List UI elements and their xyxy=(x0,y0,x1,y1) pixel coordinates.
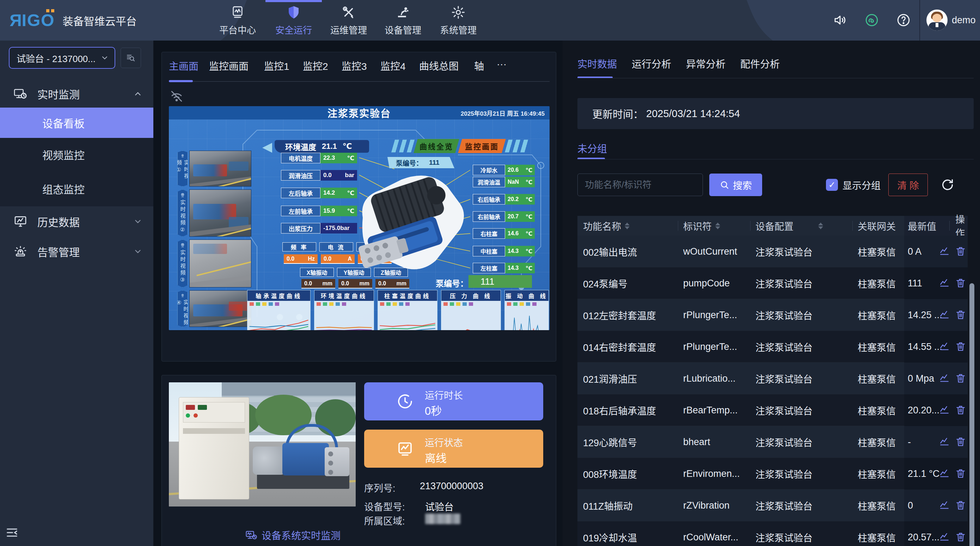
scada-datetime: 2025年03月21日 周五 16:49:45 xyxy=(461,106,545,120)
device-link-label: 设备系统实时监测 xyxy=(262,528,340,542)
curve-overview-button[interactable]: 曲线全览 xyxy=(414,139,459,153)
group-tab-ungrouped[interactable]: 未分组 xyxy=(578,141,607,155)
function-search-input[interactable] xyxy=(578,174,703,196)
sidebar-item-video-monitoring[interactable]: 视频监控 xyxy=(0,138,153,171)
row-chart-icon[interactable] xyxy=(939,500,950,511)
sidebar: 试验台 - 2137000... 实时监测 设备看板 视频监控 组态监控 历史数… xyxy=(0,41,153,546)
header-gateway[interactable]: 关联网关 xyxy=(858,216,896,236)
sort-carets[interactable] xyxy=(715,223,720,229)
table-row: 018右后轴承温度 rBearTemp... 注浆泵试验台 柱塞泵信 20.20… xyxy=(578,394,968,426)
sidebar-item-device-dashboard[interactable]: 设备看板 xyxy=(0,108,153,138)
tab-axis[interactable]: 轴 xyxy=(474,59,484,73)
row-chart-icon[interactable] xyxy=(939,372,950,384)
shield-icon xyxy=(286,5,301,20)
row-delete-icon[interactable] xyxy=(955,468,966,479)
tab-monitor-2[interactable]: 监控2 xyxy=(303,59,328,73)
tab-monitor-1[interactable]: 监控1 xyxy=(264,59,290,73)
tab-monitor-3[interactable]: 监控3 xyxy=(342,59,367,73)
sidebar-item-scada-monitoring[interactable]: 组态监控 xyxy=(0,171,153,206)
cell-function-name: 008环境温度 xyxy=(583,458,676,490)
monitor-chart-icon xyxy=(396,440,414,457)
row-delete-icon[interactable] xyxy=(955,341,966,352)
tab-parts-analysis[interactable]: 配件分析 xyxy=(740,56,780,70)
camera-feed-2[interactable] xyxy=(189,189,251,237)
cell-device-config: 注浆泵试验台 xyxy=(756,331,845,362)
row-chart-icon[interactable] xyxy=(939,404,950,415)
webcam-icon xyxy=(180,243,185,247)
tab-monitor-4[interactable]: 监控4 xyxy=(380,59,406,73)
tab-curve-overview[interactable]: 曲线总图 xyxy=(419,59,459,73)
help-icon[interactable] xyxy=(896,13,911,27)
sidebar-collapse-icon[interactable] xyxy=(5,525,19,540)
search-button[interactable]: 搜索 xyxy=(709,174,762,196)
tools-icon xyxy=(341,5,356,20)
row-chart-icon[interactable] xyxy=(939,436,950,447)
cell-function-name: 002输出电流 xyxy=(583,236,676,267)
row-chart-icon[interactable] xyxy=(939,468,950,479)
row-delete-icon[interactable] xyxy=(955,277,966,289)
header-device-config[interactable]: 设备配置 xyxy=(756,216,823,236)
cell-function-name: 018右后轴承温度 xyxy=(583,394,676,426)
cell-latest-value: 0 Mpa xyxy=(908,362,934,394)
sidebar-group-realtime-monitoring[interactable]: 实时监测 xyxy=(0,79,153,108)
row-chart-icon[interactable] xyxy=(939,246,950,257)
camera-feed-1[interactable] xyxy=(189,151,251,187)
scada-title: 注浆泵实验台 xyxy=(328,106,391,120)
avatar[interactable] xyxy=(926,10,948,31)
table-scrollbar[interactable] xyxy=(969,283,974,546)
clear-button[interactable]: 清 除 xyxy=(888,174,928,196)
username[interactable]: demo xyxy=(952,0,976,41)
tab-more[interactable]: ··· xyxy=(497,59,507,70)
row-delete-icon[interactable] xyxy=(955,436,966,447)
header-identifier[interactable]: 标识符 xyxy=(683,216,720,236)
monitor-screen-button[interactable]: 监控画面 xyxy=(458,139,506,153)
search-button-label: 搜索 xyxy=(733,178,752,192)
row-delete-icon[interactable] xyxy=(955,404,966,415)
cell-device-config: 注浆泵试验台 xyxy=(756,521,845,546)
table-fixed-header: 最新值 操作 xyxy=(904,216,968,236)
serial-label: 序列号: xyxy=(364,481,396,495)
metric-cooling-water: 冷却水20.6℃ xyxy=(473,165,535,175)
tab-operation-analysis[interactable]: 运行分析 xyxy=(632,56,671,70)
nav-item-device-management[interactable]: 设备管理 xyxy=(377,3,430,37)
connection-status-icon[interactable] xyxy=(864,13,879,27)
row-chart-icon[interactable] xyxy=(939,531,950,543)
function-table: 功能名称 标识符 设备配置 关联网关 最新值 操作 002输出电流 wOutCu… xyxy=(578,216,968,546)
scada-screen[interactable]: 注浆泵实验台 2025年03月21日 周五 16:49:45 xyxy=(169,106,550,330)
row-delete-icon[interactable] xyxy=(955,500,966,511)
cell-latest-value: 21.1 °C xyxy=(908,458,939,490)
tab-anomaly-analysis[interactable]: 异常分析 xyxy=(686,56,725,70)
sidebar-item-label: 组态监控 xyxy=(42,181,84,196)
row-delete-icon[interactable] xyxy=(955,309,966,320)
camera-feed-4[interactable] xyxy=(189,290,251,327)
row-delete-icon[interactable] xyxy=(955,372,966,384)
tab-main-screen[interactable]: 主画面 xyxy=(169,59,199,73)
camera-feed-3[interactable] xyxy=(189,239,251,287)
pump-code-bottom-value: 111 xyxy=(468,275,532,288)
tab-monitor-screen[interactable]: 监控画面 xyxy=(209,59,248,73)
nav-item-system-management[interactable]: 系统管理 xyxy=(432,3,485,37)
header-function-name[interactable]: 功能名称 xyxy=(583,216,630,236)
sidebar-group-history-data[interactable]: 历史数据 xyxy=(0,206,153,236)
refresh-icon[interactable] xyxy=(940,178,955,192)
cell-latest-value: 0 xyxy=(908,490,913,521)
device-system-monitor-link[interactable]: 设备系统实时监测 xyxy=(245,528,340,542)
row-chart-icon[interactable] xyxy=(939,309,950,320)
row-delete-icon[interactable] xyxy=(955,246,966,257)
show-group-checkbox[interactable]: ✓ xyxy=(826,179,838,191)
row-chart-icon[interactable] xyxy=(939,341,950,352)
sort-carets[interactable] xyxy=(625,223,630,229)
sort-carets[interactable] xyxy=(818,223,823,229)
row-delete-icon[interactable] xyxy=(955,531,966,543)
tab-realtime-data[interactable]: 实时数据 xyxy=(578,56,617,70)
nav-item-ops-management[interactable]: 运维管理 xyxy=(322,3,375,37)
metric-left-front-bearing: 左前轴承15.9℃ xyxy=(281,206,357,216)
sidebar-group-alarm-management[interactable]: 告警管理 xyxy=(0,236,153,266)
nav-item-platform-center[interactable]: 平台中心 xyxy=(211,3,264,37)
clock-icon xyxy=(396,393,414,410)
speaker-icon[interactable] xyxy=(833,13,848,27)
device-select-dropdown[interactable]: 试验台 - 2137000... xyxy=(9,47,115,69)
device-search-button[interactable] xyxy=(121,48,141,68)
row-chart-icon[interactable] xyxy=(939,277,950,289)
nav-item-safe-operation[interactable]: 安全运行 xyxy=(267,3,320,37)
